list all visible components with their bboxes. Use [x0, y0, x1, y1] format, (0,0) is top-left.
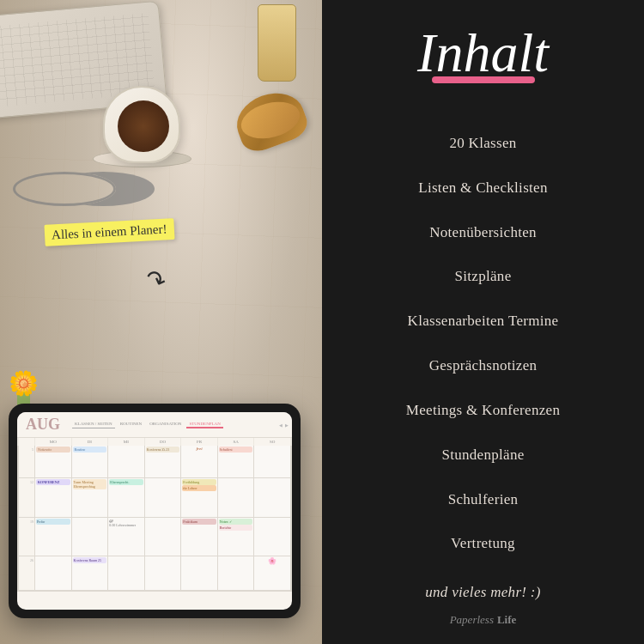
planner-tab-1[interactable]: KLASSEN / SEITEN — [72, 421, 115, 428]
planner-month: AUG — [21, 414, 65, 435]
brand-footer: Paperless Life — [450, 613, 517, 627]
brand-paperless: Paperless — [450, 613, 494, 627]
list-item-7: Meetings & Konferenzen — [339, 400, 627, 421]
coffee-cup-decoration — [103, 86, 180, 163]
list-item-2: Listen & Checklisten — [339, 178, 627, 198]
list-item-9: Schulferien — [339, 489, 627, 510]
tablet-device: AUG KLASSEN / SEITEN ROUTINEN ORGANISATI… — [9, 404, 301, 618]
title-section: Inhalt — [339, 26, 627, 83]
content-list: 20 Klassen Listen & Checklisten Notenübe… — [339, 109, 627, 627]
glasses-decoration — [13, 172, 116, 206]
list-item-3: Notenübersichten — [339, 222, 627, 243]
extra-text: und vieles mehr! :) — [339, 582, 627, 603]
pencil-cup-decoration — [258, 4, 296, 82]
planner-tab-4[interactable]: STUNDENPLAN — [186, 421, 222, 428]
right-panel: Inhalt 20 Klassen Listen & Checklisten N… — [322, 0, 644, 644]
list-item-1: 20 Klassen — [339, 133, 627, 154]
list-item-10: Vertretung — [339, 533, 627, 554]
planner-tab-3[interactable]: ORGANISATION — [147, 421, 184, 428]
planner-tab-2[interactable]: ROUTINEN — [118, 421, 145, 428]
list-item-6: Gesprächsnotizen — [339, 355, 627, 376]
list-item-5: Klassenarbeiten Termine — [339, 311, 627, 331]
brand-life: Life — [497, 613, 516, 627]
main-title: Inhalt — [417, 26, 549, 81]
list-item-8: Stundenpläne — [339, 445, 627, 465]
list-item-4: Sitzpläne — [339, 266, 627, 287]
tablet-screen: AUG KLASSEN / SEITEN ROUTINEN ORGANISATI… — [17, 412, 292, 610]
left-panel: Alles in einem Planer! ↷ AUG KLASSEN / S… — [0, 0, 322, 644]
